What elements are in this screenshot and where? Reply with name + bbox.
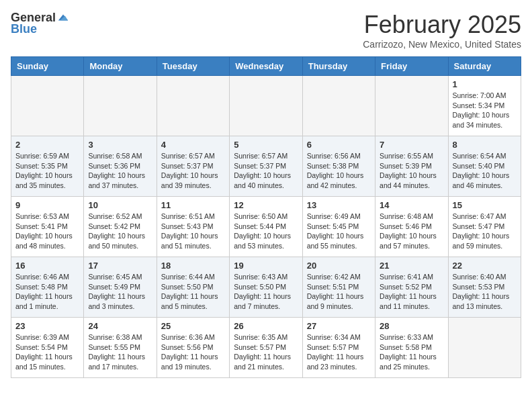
calendar-day-cell: 9Sunrise: 6:53 AM Sunset: 5:41 PM Daylig…	[11, 197, 84, 257]
calendar-day-cell: 16Sunrise: 6:46 AM Sunset: 5:48 PM Dayli…	[11, 257, 84, 318]
day-number: 5	[234, 140, 298, 150]
day-info: Sunrise: 6:42 AM Sunset: 5:51 PM Dayligh…	[307, 272, 371, 312]
calendar-day-cell: 28Sunrise: 6:33 AM Sunset: 5:58 PM Dayli…	[375, 318, 448, 378]
calendar-day-cell: 24Sunrise: 6:38 AM Sunset: 5:55 PM Dayli…	[84, 318, 157, 378]
calendar-day-cell: 13Sunrise: 6:49 AM Sunset: 5:45 PM Dayli…	[302, 197, 375, 257]
day-info: Sunrise: 6:51 AM Sunset: 5:43 PM Dayligh…	[161, 212, 225, 251]
calendar-day-cell: 25Sunrise: 6:36 AM Sunset: 5:56 PM Dayli…	[157, 318, 229, 378]
day-info: Sunrise: 6:57 AM Sunset: 5:37 PM Dayligh…	[234, 151, 298, 191]
day-info: Sunrise: 6:58 AM Sunset: 5:36 PM Dayligh…	[88, 151, 152, 191]
day-number: 22	[453, 261, 517, 271]
day-number: 19	[234, 261, 298, 271]
location: Carrizozo, New Mexico, United States	[363, 39, 521, 50]
day-info: Sunrise: 6:56 AM Sunset: 5:38 PM Dayligh…	[307, 151, 371, 191]
day-info: Sunrise: 6:52 AM Sunset: 5:42 PM Dayligh…	[88, 212, 152, 251]
day-number: 15	[453, 200, 517, 210]
day-number: 8	[453, 140, 517, 150]
day-number: 6	[307, 140, 371, 150]
calendar-day-cell: 3Sunrise: 6:58 AM Sunset: 5:36 PM Daylig…	[84, 136, 157, 197]
calendar-day-cell	[375, 76, 448, 136]
day-info: Sunrise: 6:46 AM Sunset: 5:48 PM Dayligh…	[15, 272, 79, 312]
day-info: Sunrise: 6:48 AM Sunset: 5:46 PM Dayligh…	[380, 212, 443, 251]
calendar-day-cell: 23Sunrise: 6:39 AM Sunset: 5:54 PM Dayli…	[11, 318, 84, 378]
calendar-table: SundayMondayTuesdayWednesdayThursdayFrid…	[11, 56, 521, 378]
calendar-week-row: 23Sunrise: 6:39 AM Sunset: 5:54 PM Dayli…	[11, 318, 521, 378]
day-info: Sunrise: 6:40 AM Sunset: 5:53 PM Dayligh…	[453, 272, 517, 312]
calendar-day-cell: 10Sunrise: 6:52 AM Sunset: 5:42 PM Dayli…	[84, 197, 157, 257]
weekday-header-sunday: Sunday	[11, 57, 84, 76]
day-info: Sunrise: 6:39 AM Sunset: 5:54 PM Dayligh…	[15, 332, 79, 372]
calendar-day-cell	[230, 76, 302, 136]
day-number: 10	[88, 200, 152, 210]
calendar-day-cell: 4Sunrise: 6:57 AM Sunset: 5:37 PM Daylig…	[157, 136, 229, 197]
day-number: 26	[234, 321, 298, 331]
calendar-day-cell: 27Sunrise: 6:34 AM Sunset: 5:57 PM Dayli…	[302, 318, 375, 378]
calendar-day-cell: 8Sunrise: 6:54 AM Sunset: 5:40 PM Daylig…	[448, 136, 521, 197]
day-info: Sunrise: 6:45 AM Sunset: 5:49 PM Dayligh…	[88, 272, 152, 312]
calendar-day-cell: 21Sunrise: 6:41 AM Sunset: 5:52 PM Dayli…	[375, 257, 448, 318]
calendar-day-cell: 17Sunrise: 6:45 AM Sunset: 5:49 PM Dayli…	[84, 257, 157, 318]
day-number: 16	[15, 261, 79, 271]
calendar-week-row: 16Sunrise: 6:46 AM Sunset: 5:48 PM Dayli…	[11, 257, 521, 318]
calendar-day-cell: 26Sunrise: 6:35 AM Sunset: 5:57 PM Dayli…	[230, 318, 302, 378]
page-header: General Blue February 2025 Carrizozo, Ne…	[11, 11, 521, 50]
weekday-header-tuesday: Tuesday	[157, 57, 229, 76]
calendar-day-cell: 11Sunrise: 6:51 AM Sunset: 5:43 PM Dayli…	[157, 197, 229, 257]
weekday-header-wednesday: Wednesday	[230, 57, 302, 76]
day-number: 18	[161, 261, 225, 271]
calendar-week-row: 9Sunrise: 6:53 AM Sunset: 5:41 PM Daylig…	[11, 197, 521, 257]
day-number: 28	[380, 321, 443, 331]
calendar-day-cell: 6Sunrise: 6:56 AM Sunset: 5:38 PM Daylig…	[302, 136, 375, 197]
calendar-day-cell	[84, 76, 157, 136]
day-number: 27	[307, 321, 371, 331]
day-info: Sunrise: 6:53 AM Sunset: 5:41 PM Dayligh…	[15, 212, 79, 251]
day-number: 2	[15, 140, 79, 150]
day-number: 25	[161, 321, 225, 331]
day-number: 20	[307, 261, 371, 271]
day-info: Sunrise: 7:00 AM Sunset: 5:34 PM Dayligh…	[453, 91, 517, 130]
day-number: 17	[88, 261, 152, 271]
day-info: Sunrise: 6:33 AM Sunset: 5:58 PM Dayligh…	[380, 332, 443, 372]
day-info: Sunrise: 6:54 AM Sunset: 5:40 PM Dayligh…	[453, 151, 517, 191]
day-number: 3	[88, 140, 152, 150]
day-info: Sunrise: 6:36 AM Sunset: 5:56 PM Dayligh…	[161, 332, 225, 372]
day-info: Sunrise: 6:55 AM Sunset: 5:39 PM Dayligh…	[380, 151, 443, 191]
day-info: Sunrise: 6:47 AM Sunset: 5:47 PM Dayligh…	[453, 212, 517, 251]
day-number: 11	[161, 200, 225, 210]
weekday-header-row: SundayMondayTuesdayWednesdayThursdayFrid…	[11, 57, 521, 76]
day-number: 12	[234, 200, 298, 210]
day-info: Sunrise: 6:50 AM Sunset: 5:44 PM Dayligh…	[234, 212, 298, 251]
title-block: February 2025 Carrizozo, New Mexico, Uni…	[363, 11, 521, 50]
weekday-header-thursday: Thursday	[302, 57, 375, 76]
day-info: Sunrise: 6:35 AM Sunset: 5:57 PM Dayligh…	[234, 332, 298, 372]
calendar-day-cell: 1Sunrise: 7:00 AM Sunset: 5:34 PM Daylig…	[448, 76, 521, 136]
day-info: Sunrise: 6:44 AM Sunset: 5:50 PM Dayligh…	[161, 272, 225, 312]
day-number: 14	[380, 200, 443, 210]
day-info: Sunrise: 6:49 AM Sunset: 5:45 PM Dayligh…	[307, 212, 371, 251]
day-number: 4	[161, 140, 225, 150]
day-info: Sunrise: 6:57 AM Sunset: 5:37 PM Dayligh…	[161, 151, 225, 191]
day-number: 7	[380, 140, 443, 150]
day-info: Sunrise: 6:38 AM Sunset: 5:55 PM Dayligh…	[88, 332, 152, 372]
day-number: 24	[88, 321, 152, 331]
day-number: 23	[15, 321, 79, 331]
calendar-day-cell	[157, 76, 229, 136]
day-number: 13	[307, 200, 371, 210]
calendar-day-cell: 15Sunrise: 6:47 AM Sunset: 5:47 PM Dayli…	[448, 197, 521, 257]
logo-blue: Blue	[11, 22, 37, 36]
calendar-day-cell: 5Sunrise: 6:57 AM Sunset: 5:37 PM Daylig…	[230, 136, 302, 197]
calendar-day-cell: 2Sunrise: 6:59 AM Sunset: 5:35 PM Daylig…	[11, 136, 84, 197]
calendar-day-cell: 18Sunrise: 6:44 AM Sunset: 5:50 PM Dayli…	[157, 257, 229, 318]
weekday-header-friday: Friday	[375, 57, 448, 76]
calendar-day-cell: 19Sunrise: 6:43 AM Sunset: 5:50 PM Dayli…	[230, 257, 302, 318]
day-info: Sunrise: 6:34 AM Sunset: 5:57 PM Dayligh…	[307, 332, 371, 372]
day-info: Sunrise: 6:41 AM Sunset: 5:52 PM Dayligh…	[380, 272, 443, 312]
day-number: 1	[453, 79, 517, 89]
logo-icon	[57, 12, 69, 24]
calendar-day-cell: 12Sunrise: 6:50 AM Sunset: 5:44 PM Dayli…	[230, 197, 302, 257]
calendar-day-cell	[448, 318, 521, 378]
day-number: 9	[15, 200, 79, 210]
weekday-header-monday: Monday	[84, 57, 157, 76]
day-info: Sunrise: 6:59 AM Sunset: 5:35 PM Dayligh…	[15, 151, 79, 191]
calendar-day-cell: 20Sunrise: 6:42 AM Sunset: 5:51 PM Dayli…	[302, 257, 375, 318]
